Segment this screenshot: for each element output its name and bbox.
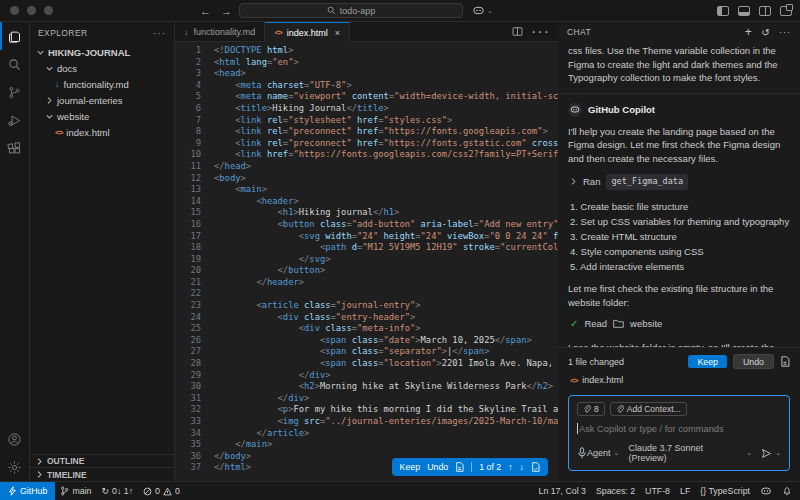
code-line[interactable]: 35 </main> [175, 439, 558, 451]
search-icon[interactable] [0, 50, 29, 78]
keep-all-button[interactable]: Keep [688, 355, 727, 368]
file-icon[interactable] [455, 462, 464, 472]
code-line[interactable]: 14 <header> [175, 196, 558, 208]
tree-item-website[interactable]: website [30, 108, 174, 124]
code-line[interactable]: 3<head> [175, 68, 558, 80]
code-line[interactable]: 24 <div class="entry-header"> [175, 312, 558, 324]
add-context-button[interactable]: Add Context... [610, 402, 687, 416]
toggle-panel-icon[interactable] [738, 6, 750, 16]
customize-layout-icon[interactable] [780, 6, 792, 16]
code-line[interactable]: 17 <svg width="24" height="24" viewBox="… [175, 231, 558, 243]
code-line[interactable]: 18 <path d="M12 5V19M5 12H19" stroke="cu… [175, 242, 558, 254]
code-line[interactable]: 11</head> [175, 161, 558, 173]
model-picker[interactable]: Claude 3.7 Sonnet (Preview) ⌄ [628, 443, 752, 463]
notifications-bell[interactable] [777, 482, 800, 500]
code-line[interactable]: 8 <link rel="preconnect" href="https://f… [175, 126, 558, 138]
encoding-setting[interactable]: UTF-8 [640, 482, 675, 500]
code-line[interactable]: 33 <img src="../journal-enteries/images/… [175, 416, 558, 428]
remote-indicator[interactable]: GitHub [0, 482, 55, 500]
code-line[interactable]: 20 </button> [175, 265, 558, 277]
code-line[interactable]: 13 <main> [175, 184, 558, 196]
code-line[interactable]: 34 </article> [175, 428, 558, 440]
tree-item-hiking-journal[interactable]: HIKING-JOURNAL [30, 44, 174, 60]
code-line[interactable]: 10 <link href="https://fonts.googleapis.… [175, 149, 558, 161]
keep-edit-button[interactable]: Keep [400, 462, 421, 472]
copilot-menu-button[interactable]: ⌄ [472, 5, 493, 16]
language-mode[interactable]: {} TypeScript [695, 482, 755, 500]
code-line[interactable]: 25 <div class="meta-info"> [175, 323, 558, 335]
microphone-icon[interactable] [577, 447, 587, 459]
code-line[interactable]: 16 <button class="add-button" aria-label… [175, 219, 558, 231]
code-line[interactable]: 30 <h2>Morning hike at Skyline Wildernes… [175, 381, 558, 393]
close-window-icon[interactable] [10, 6, 19, 15]
extensions-icon[interactable] [0, 134, 29, 162]
code-line[interactable]: 22 [175, 288, 558, 300]
settings-gear-icon[interactable] [0, 453, 29, 481]
code-line[interactable]: 27 <span class="separator">|</span> [175, 346, 558, 358]
code-line[interactable]: 2<html lang="en"> [175, 57, 558, 69]
tree-item-functionality-md[interactable]: ↓functionality.md [30, 76, 174, 92]
maximize-window-icon[interactable] [44, 6, 53, 15]
code-line[interactable]: 28 <span class="location">2201 Imola Ave… [175, 358, 558, 370]
code-line[interactable]: 12<body> [175, 173, 558, 185]
explorer-icon[interactable] [0, 22, 29, 50]
close-tab-icon[interactable]: × [335, 28, 340, 38]
navigate-back-button[interactable]: ← [200, 5, 211, 17]
timeline-section[interactable]: TIMELINE [30, 468, 174, 481]
code-line[interactable]: 4 <meta charset="UTF-8"> [175, 80, 558, 92]
code-line[interactable]: 29 </div> [175, 370, 558, 382]
send-button[interactable]: ⌄ [761, 448, 781, 459]
attachments-chip[interactable]: 8 [577, 402, 605, 416]
code-line[interactable]: 19 </svg> [175, 254, 558, 266]
run-debug-icon[interactable] [0, 106, 29, 134]
mode-picker[interactable]: Agent ⌄ [587, 448, 619, 458]
changed-file-row[interactable]: <> index.html [568, 369, 790, 387]
toggle-secondary-sidebar-icon[interactable] [759, 6, 771, 16]
minimize-window-icon[interactable] [27, 6, 36, 15]
account-icon[interactable] [0, 425, 29, 453]
eol-setting[interactable]: LF [675, 482, 695, 500]
tree-item-journal-enteries[interactable]: journal-enteries [30, 92, 174, 108]
source-control-icon[interactable] [0, 78, 29, 106]
chat-more-actions-icon[interactable]: ··· [779, 27, 791, 37]
code-editor[interactable]: 1<!DOCTYPE html>2<html lang="en">3<head>… [175, 42, 558, 481]
tree-item-index-html[interactable]: <>index.html [30, 124, 174, 140]
undo-all-button[interactable]: Undo [733, 354, 774, 369]
open-changes-icon[interactable] [531, 462, 540, 472]
chat-input-box[interactable]: 8 Add Context... Ask Copilot or type / f… [568, 395, 790, 471]
tab-functionality-md[interactable]: ↓ functionality.md [175, 22, 265, 41]
code-line[interactable]: 32 <p>For my hike this morning I did the… [175, 404, 558, 416]
window-controls[interactable] [10, 6, 53, 15]
command-center-search[interactable]: todo-app [239, 3, 463, 18]
cursor-position[interactable]: Ln 17, Col 3 [534, 482, 591, 500]
navigate-forward-button[interactable]: → [221, 5, 232, 17]
new-chat-icon[interactable]: + [745, 25, 752, 39]
next-edit-icon[interactable]: ↓ [520, 462, 524, 472]
view-changes-icon[interactable] [780, 356, 790, 367]
code-line[interactable]: 15 <h1>Hiking journal</h1> [175, 207, 558, 219]
code-line[interactable]: 1<!DOCTYPE html> [175, 45, 558, 57]
chat-history-icon[interactable]: ↺ [761, 27, 770, 38]
code-line[interactable]: 26 <span class="date">March 10, 2025</sp… [175, 335, 558, 347]
toggle-primary-sidebar-icon[interactable] [717, 6, 729, 16]
code-line[interactable]: 6 <title>Hiking Journal</title> [175, 103, 558, 115]
undo-edit-button[interactable]: Undo [427, 462, 448, 472]
editor-more-actions-icon[interactable]: ··· [531, 23, 550, 41]
outline-section[interactable]: OUTLINE [30, 455, 174, 468]
split-editor-icon[interactable] [512, 26, 523, 37]
previous-edit-icon[interactable]: ↑ [508, 462, 512, 472]
code-line[interactable]: 21 </header> [175, 277, 558, 289]
indentation-setting[interactable]: Spaces: 2 [591, 482, 640, 500]
sync-status[interactable]: ↻ 0↓ 1↑ [96, 482, 138, 500]
code-line[interactable]: 23 <article class="journal-entry"> [175, 300, 558, 312]
chat-input-placeholder[interactable]: Ask Copilot or type / for commands [579, 424, 724, 434]
tool-read-row[interactable]: ✓ Read website [570, 317, 790, 331]
problems-status[interactable]: 0 0 [138, 482, 185, 500]
git-branch-status[interactable]: main [55, 482, 96, 500]
code-line[interactable]: 7 <link rel="stylesheet" href="styles.cs… [175, 115, 558, 127]
tree-item-docs[interactable]: docs [30, 60, 174, 76]
chat-conversation[interactable]: css files. Use the Theme variable collec… [558, 42, 800, 347]
copilot-status[interactable] [755, 482, 777, 500]
explorer-more-actions-icon[interactable]: ··· [153, 28, 166, 39]
code-line[interactable]: 5 <meta name="viewport" content="width=d… [175, 91, 558, 103]
